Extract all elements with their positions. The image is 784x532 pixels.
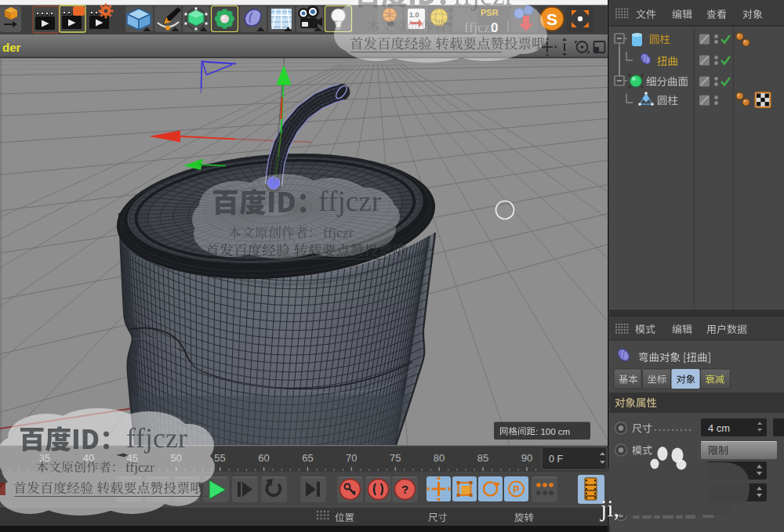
svg-text:0 F: 0 F: [549, 454, 563, 465]
svg-text:70: 70: [346, 452, 357, 464]
svg-text:65: 65: [302, 452, 313, 464]
svg-text:4 cm: 4 cm: [708, 422, 730, 434]
svg-text:80: 80: [434, 452, 445, 464]
svg-text:P: P: [513, 484, 519, 495]
svg-text:60: 60: [258, 452, 269, 464]
svg-text:75: 75: [390, 452, 401, 464]
svg-text:?: ?: [401, 483, 408, 496]
svg-text:90: 90: [521, 452, 532, 464]
svg-text:85: 85: [477, 452, 488, 464]
svg-text:: 100 cm: : 100 cm: [535, 427, 570, 436]
svg-text:S: S: [546, 10, 557, 28]
svg-text:der: der: [2, 41, 21, 54]
svg-text:55: 55: [214, 452, 225, 464]
